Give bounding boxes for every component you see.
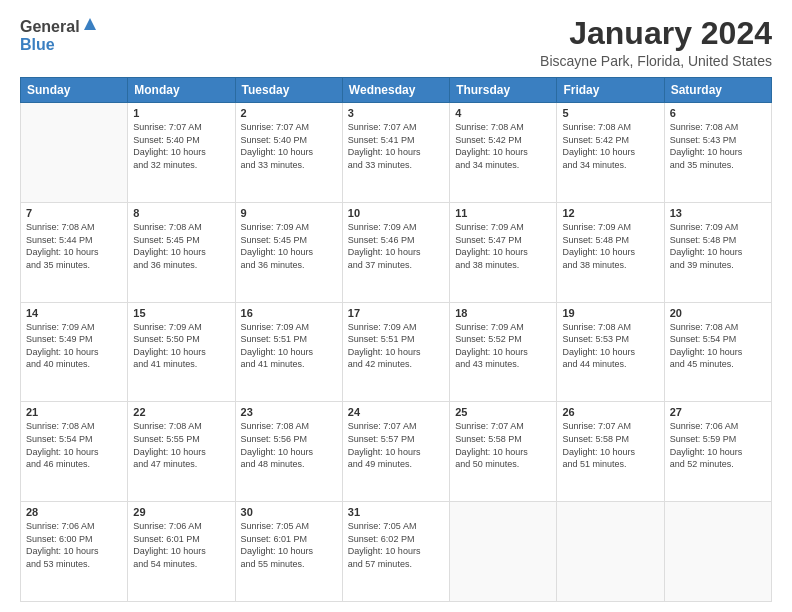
day-info-line: Sunrise: 7:08 AM [26,421,95,431]
day-info-line: Sunset: 5:57 PM [348,434,415,444]
day-info-line: and 35 minutes. [26,260,90,270]
day-info-line: Daylight: 10 hours [670,147,743,157]
day-info-line: Sunset: 6:02 PM [348,534,415,544]
day-info: Sunrise: 7:09 AMSunset: 5:52 PMDaylight:… [455,321,551,371]
day-number: 4 [455,107,551,119]
day-info-line: and 51 minutes. [562,459,626,469]
calendar-day-cell: 21Sunrise: 7:08 AMSunset: 5:54 PMDayligh… [21,402,128,502]
day-info-line: Sunset: 5:43 PM [670,135,737,145]
day-info: Sunrise: 7:05 AMSunset: 6:02 PMDaylight:… [348,520,444,570]
day-info-line: Daylight: 10 hours [26,247,99,257]
day-info: Sunrise: 7:09 AMSunset: 5:51 PMDaylight:… [241,321,337,371]
day-info: Sunrise: 7:06 AMSunset: 6:00 PMDaylight:… [26,520,122,570]
day-info-line: Sunrise: 7:08 AM [26,222,95,232]
calendar-day-cell: 5Sunrise: 7:08 AMSunset: 5:42 PMDaylight… [557,103,664,203]
day-info: Sunrise: 7:08 AMSunset: 5:54 PMDaylight:… [26,420,122,470]
day-info-line: Sunrise: 7:09 AM [241,222,310,232]
day-info-line: and 33 minutes. [241,160,305,170]
calendar-day-cell: 18Sunrise: 7:09 AMSunset: 5:52 PMDayligh… [450,302,557,402]
logo-blue: Blue [20,37,98,53]
day-info-line: and 46 minutes. [26,459,90,469]
day-info-line: Sunrise: 7:07 AM [455,421,524,431]
day-info-line: Sunrise: 7:07 AM [562,421,631,431]
calendar-day-cell: 23Sunrise: 7:08 AMSunset: 5:56 PMDayligh… [235,402,342,502]
day-number: 5 [562,107,658,119]
day-info-line: Sunset: 5:45 PM [133,235,200,245]
day-number: 8 [133,207,229,219]
page: General Blue January 2024 Biscayne Park,… [0,0,792,612]
day-info-line: and 34 minutes. [562,160,626,170]
calendar-day-cell: 31Sunrise: 7:05 AMSunset: 6:02 PMDayligh… [342,502,449,602]
day-info: Sunrise: 7:09 AMSunset: 5:46 PMDaylight:… [348,221,444,271]
calendar-day-cell: 16Sunrise: 7:09 AMSunset: 5:51 PMDayligh… [235,302,342,402]
day-info-line: Sunset: 5:40 PM [133,135,200,145]
calendar-day-cell: 14Sunrise: 7:09 AMSunset: 5:49 PMDayligh… [21,302,128,402]
day-number: 26 [562,406,658,418]
day-info-line: and 43 minutes. [455,359,519,369]
day-info-line: Daylight: 10 hours [455,447,528,457]
calendar-day-cell: 13Sunrise: 7:09 AMSunset: 5:48 PMDayligh… [664,202,771,302]
day-info-line: Sunrise: 7:06 AM [133,521,202,531]
day-info-line: Sunrise: 7:09 AM [455,322,524,332]
day-info: Sunrise: 7:05 AMSunset: 6:01 PMDaylight:… [241,520,337,570]
day-number: 15 [133,307,229,319]
logo: General Blue [20,16,98,53]
calendar-day-cell: 7Sunrise: 7:08 AMSunset: 5:44 PMDaylight… [21,202,128,302]
calendar-day-cell: 30Sunrise: 7:05 AMSunset: 6:01 PMDayligh… [235,502,342,602]
day-info: Sunrise: 7:09 AMSunset: 5:51 PMDaylight:… [348,321,444,371]
day-info-line: and 57 minutes. [348,559,412,569]
day-info: Sunrise: 7:07 AMSunset: 5:41 PMDaylight:… [348,121,444,171]
day-info-line: and 38 minutes. [455,260,519,270]
day-info-line: and 42 minutes. [348,359,412,369]
day-info: Sunrise: 7:09 AMSunset: 5:48 PMDaylight:… [670,221,766,271]
day-info: Sunrise: 7:08 AMSunset: 5:55 PMDaylight:… [133,420,229,470]
day-info-line: Sunrise: 7:07 AM [241,122,310,132]
day-info-line: Sunset: 5:48 PM [562,235,629,245]
calendar-day-cell: 1Sunrise: 7:07 AMSunset: 5:40 PMDaylight… [128,103,235,203]
calendar-day-cell [557,502,664,602]
calendar-header-row: SundayMondayTuesdayWednesdayThursdayFrid… [21,78,772,103]
day-number: 21 [26,406,122,418]
day-info-line: Sunset: 5:59 PM [670,434,737,444]
title-block: January 2024 Biscayne Park, Florida, Uni… [540,16,772,69]
day-info-line: Sunset: 5:41 PM [348,135,415,145]
day-info-line: Daylight: 10 hours [348,347,421,357]
day-info-line: Daylight: 10 hours [670,247,743,257]
day-info-line: and 38 minutes. [562,260,626,270]
day-info-line: and 49 minutes. [348,459,412,469]
day-info-line: and 48 minutes. [241,459,305,469]
day-info: Sunrise: 7:08 AMSunset: 5:56 PMDaylight:… [241,420,337,470]
day-info-line: Sunrise: 7:08 AM [133,222,202,232]
day-info-line: Daylight: 10 hours [26,447,99,457]
day-info-line: Sunrise: 7:08 AM [241,421,310,431]
day-info-line: Daylight: 10 hours [348,546,421,556]
calendar-week-row: 21Sunrise: 7:08 AMSunset: 5:54 PMDayligh… [21,402,772,502]
day-info-line: and 55 minutes. [241,559,305,569]
day-info-line: Sunset: 5:50 PM [133,334,200,344]
calendar-day-cell: 2Sunrise: 7:07 AMSunset: 5:40 PMDaylight… [235,103,342,203]
calendar-day-cell: 19Sunrise: 7:08 AMSunset: 5:53 PMDayligh… [557,302,664,402]
day-number: 23 [241,406,337,418]
day-number: 29 [133,506,229,518]
day-info-line: Daylight: 10 hours [455,247,528,257]
day-info-line: Sunrise: 7:09 AM [348,322,417,332]
day-info-line: and 35 minutes. [670,160,734,170]
day-info-line: Sunset: 5:53 PM [562,334,629,344]
day-number: 16 [241,307,337,319]
day-info-line: Daylight: 10 hours [241,147,314,157]
day-info-line: Sunset: 5:54 PM [26,434,93,444]
day-info-line: Daylight: 10 hours [348,447,421,457]
day-number: 30 [241,506,337,518]
day-info-line: Daylight: 10 hours [348,147,421,157]
day-info-line: Daylight: 10 hours [562,347,635,357]
day-info: Sunrise: 7:08 AMSunset: 5:53 PMDaylight:… [562,321,658,371]
day-info-line: Sunrise: 7:09 AM [348,222,417,232]
day-info-line: Daylight: 10 hours [670,447,743,457]
day-number: 14 [26,307,122,319]
calendar-day-cell: 15Sunrise: 7:09 AMSunset: 5:50 PMDayligh… [128,302,235,402]
day-info-line: Daylight: 10 hours [26,347,99,357]
day-info-line: Sunrise: 7:05 AM [348,521,417,531]
day-info-line: Sunset: 5:40 PM [241,135,308,145]
day-info: Sunrise: 7:09 AMSunset: 5:48 PMDaylight:… [562,221,658,271]
day-info-line: Daylight: 10 hours [241,247,314,257]
